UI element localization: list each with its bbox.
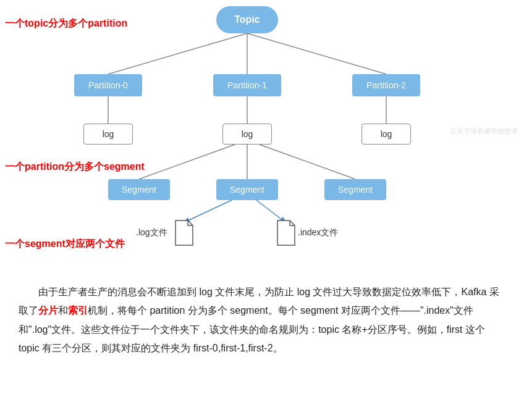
log-2-node: log: [361, 124, 411, 145]
index-file-label: .index文件: [298, 227, 338, 238]
segment-2-node: Segment: [324, 179, 386, 200]
diagram: 一个topic分为多个partition Topic Partition-0 P…: [0, 0, 524, 272]
svg-line-8: [260, 145, 355, 179]
text-and: 和: [58, 305, 68, 316]
index-file-icon: [275, 219, 297, 246]
label-topic-partition: 一个topic分为多个partition: [5, 17, 127, 30]
partition-1-node: Partition-1: [213, 74, 281, 96]
segment-0-node: Segment: [108, 179, 170, 200]
partition-2-node: Partition-2: [352, 74, 420, 96]
watermark: 让天下没有难学的技术: [450, 127, 518, 136]
label-partition-segment: 一个partition分为多个segment: [5, 161, 145, 174]
highlight-suoyin: 索引: [68, 305, 88, 316]
text-area: 由于生产者生产的消息会不断追加到 log 文件末尾，为防止 log 文件过大导致…: [0, 272, 524, 371]
svg-line-0: [108, 33, 247, 74]
log-file-label: .log文件: [136, 227, 167, 238]
text-rest: 机制，将每个 partition 分为多个 segment。每个 segment…: [19, 305, 485, 353]
log-file-icon: [173, 219, 195, 246]
segment-1-node: Segment: [216, 179, 278, 200]
label-segment-files: 一个segment对应两个文件: [5, 238, 125, 251]
description-paragraph: 由于生产者生产的消息会不断追加到 log 文件末尾，为防止 log 文件过大导致…: [19, 283, 505, 358]
log-0-node: log: [83, 124, 133, 145]
partition-0-node: Partition-0: [74, 74, 142, 96]
log-1-node: log: [222, 124, 272, 145]
topic-node: Topic: [216, 6, 278, 33]
svg-line-2: [247, 33, 386, 74]
highlight-fenpian: 分片: [38, 305, 58, 316]
svg-line-6: [139, 145, 235, 179]
